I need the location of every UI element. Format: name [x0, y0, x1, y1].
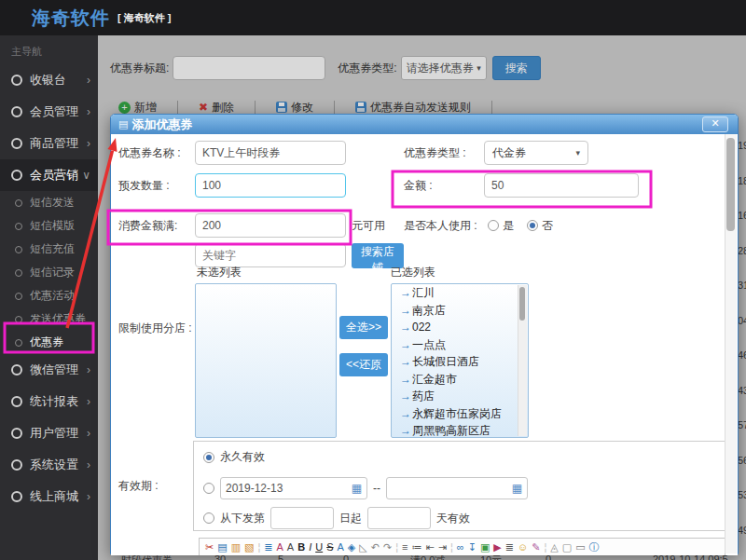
- sidebar-item[interactable]: 会员管理›: [0, 96, 98, 128]
- listbox-scrollbar-thumb[interactable]: [519, 287, 525, 321]
- store-list-item[interactable]: →022: [392, 319, 528, 336]
- sidebar-item-label: 系统设置: [30, 457, 87, 473]
- amount-label: 金额 :: [404, 173, 433, 198]
- sidebar-item[interactable]: 商品管理›: [0, 128, 98, 159]
- editor-toolbar-icon[interactable]: ▥: [231, 542, 241, 553]
- radio-no[interactable]: 否: [527, 218, 553, 234]
- modal-scrollbar[interactable]: [725, 134, 737, 553]
- start-day-input[interactable]: [270, 507, 334, 529]
- editor-toolbar-icon[interactable]: A: [277, 542, 283, 553]
- sidebar-item[interactable]: 系统设置›: [0, 449, 98, 481]
- days-prefix-label: 从下发第: [220, 511, 265, 526]
- coupon-type-select-modal[interactable]: 代金券 ▾: [484, 141, 588, 165]
- sidebar-item[interactable]: 短信充值: [0, 238, 98, 261]
- store-list-item[interactable]: →永辉超市伍家岗店: [392, 405, 528, 423]
- store-name: 汇川: [412, 286, 435, 299]
- chevron-icon: ∨: [82, 169, 90, 182]
- restore-button[interactable]: <<还原: [339, 353, 388, 376]
- sidebar-item[interactable]: 统计报表›: [0, 386, 98, 417]
- editor-toolbar-icon[interactable]: ▣: [480, 542, 490, 553]
- chevron-down-icon: ▾: [575, 148, 580, 157]
- selected-list-label: 已选列表: [391, 263, 435, 281]
- editor-toolbar-icon[interactable]: ✂: [205, 542, 214, 553]
- sidebar-item[interactable]: 优惠活动: [0, 284, 98, 307]
- select-all-button[interactable]: 全选>>: [339, 316, 388, 339]
- sidebar-item[interactable]: 短信记录: [0, 261, 98, 284]
- editor-toolbar-icon[interactable]: ≣: [264, 542, 272, 553]
- editor-toolbar-icon[interactable]: S: [326, 542, 333, 553]
- editor-toolbar-icon[interactable]: ◈: [348, 542, 355, 553]
- editor-toolbar-icon[interactable]: ≣: [505, 542, 514, 553]
- store-list-item[interactable]: →药店: [392, 388, 528, 405]
- editor-toolbar-icon[interactable]: ≡: [402, 542, 408, 553]
- store-list-item[interactable]: →周黑鸭高新区店: [392, 422, 528, 438]
- store-list-item[interactable]: →汇金超市: [392, 371, 528, 389]
- start-date-input[interactable]: 2019-12-13 ▦: [220, 477, 367, 499]
- validity-days-option[interactable]: 从下发第 日起 天有效: [203, 507, 470, 529]
- min-spend-label: 消费金额满:: [118, 213, 177, 238]
- amount-input[interactable]: [484, 173, 639, 198]
- days-count-input[interactable]: [367, 507, 431, 529]
- editor-toolbar-icon[interactable]: A: [287, 542, 294, 553]
- sidebar-item[interactable]: 线上商城›: [0, 481, 98, 512]
- add-coupon-modal: ▤ 添加优惠券 ✕ 优惠券名称 : 优惠券类型 : 代金券 ▾ 预发数量 : 金…: [110, 114, 739, 554]
- store-list-item[interactable]: →一点点: [392, 336, 528, 354]
- app-logo-subtitle: [ 海奇软件 ]: [117, 11, 171, 25]
- validity-daterange-option[interactable]: 2019-12-13 ▦ -- ▦: [203, 477, 528, 499]
- editor-toolbar-icon[interactable]: ∞: [457, 542, 464, 553]
- sidebar-item-label: 优惠券: [30, 335, 90, 350]
- coupon-type-value-modal: 代金券: [492, 145, 526, 161]
- editor-toolbar-icon[interactable]: B: [297, 542, 305, 553]
- editor-toolbar-icon[interactable]: ↶: [371, 542, 380, 553]
- validity-forever-option[interactable]: 永久有效: [203, 449, 265, 465]
- close-icon[interactable]: ✕: [702, 116, 728, 132]
- editor-toolbar-icon[interactable]: ✎: [532, 542, 540, 553]
- listbox-scrollbar[interactable]: [518, 285, 527, 436]
- calendar-icon[interactable]: ▦: [512, 482, 522, 495]
- quantity-input[interactable]: [195, 173, 346, 198]
- editor-toolbar-icon[interactable]: ▧: [244, 542, 254, 553]
- editor-toolbar-icon[interactable]: U: [315, 542, 323, 553]
- end-date-input[interactable]: ▦: [386, 477, 528, 499]
- sidebar-item-label: 优惠活动: [30, 288, 90, 304]
- editor-toolbar-icon[interactable]: ↧: [468, 542, 477, 553]
- sidebar-item[interactable]: 用户管理›: [0, 417, 98, 449]
- editor-toolbar-icon[interactable]: ⇥: [438, 542, 447, 553]
- modal-header: ▤ 添加优惠券 ✕: [111, 115, 738, 134]
- modal-scrollbar-thumb[interactable]: [726, 138, 735, 231]
- sidebar-item[interactable]: 短信模版: [0, 214, 98, 238]
- circle-icon: [11, 459, 22, 471]
- chevron-icon: ›: [87, 458, 90, 471]
- editor-toolbar-icon[interactable]: ◬: [550, 542, 558, 553]
- min-spend-input[interactable]: [195, 213, 346, 238]
- coupon-name-input[interactable]: [195, 141, 346, 165]
- unselected-store-listbox[interactable]: [195, 283, 337, 438]
- editor-toolbar-icon[interactable]: ⓘ: [589, 542, 600, 553]
- editor-toolbar-icon[interactable]: ◺: [359, 542, 366, 553]
- editor-toolbar-icon[interactable]: ▭: [575, 542, 585, 553]
- editor-toolbar-icon[interactable]: ▶: [493, 542, 501, 553]
- sidebar-item[interactable]: 收银台›: [0, 64, 98, 96]
- sidebar-item-label: 短信模版: [30, 218, 90, 234]
- editor-toolbar-icon[interactable]: ☺: [518, 542, 528, 553]
- sidebar-item[interactable]: 会员营销∨: [0, 159, 98, 191]
- radio-yes[interactable]: 是: [488, 218, 514, 234]
- editor-toolbar-icon[interactable]: A: [338, 542, 344, 553]
- sidebar-item[interactable]: 优惠券: [0, 331, 98, 354]
- editor-toolbar-icon[interactable]: ▤: [217, 542, 227, 553]
- sidebar-item-label: 统计报表: [30, 393, 87, 410]
- editor-toolbar-icon[interactable]: ⇤: [426, 542, 435, 553]
- sidebar-item[interactable]: 发送优惠券: [0, 307, 98, 331]
- editor-toolbar-icon[interactable]: ▢: [562, 542, 572, 553]
- editor-toolbar-icon[interactable]: I: [309, 542, 311, 553]
- calendar-icon[interactable]: ▦: [352, 482, 362, 495]
- store-list-item[interactable]: →南京店: [392, 302, 528, 320]
- editor-toolbar-icon[interactable]: ↷: [383, 542, 392, 553]
- arrow-right-icon: →: [400, 424, 411, 437]
- sidebar-item[interactable]: 短信发送: [0, 191, 98, 214]
- store-list-item[interactable]: →汇川: [392, 284, 528, 302]
- store-list-item[interactable]: →长城假日酒店: [392, 353, 528, 371]
- sidebar-item[interactable]: 微信管理›: [0, 354, 98, 386]
- selected-store-listbox[interactable]: →汇川→南京店→022→一点点→长城假日酒店→汇金超市→药店→永辉超市伍家岗店→…: [391, 283, 529, 438]
- editor-toolbar-icon[interactable]: ≔: [412, 542, 422, 553]
